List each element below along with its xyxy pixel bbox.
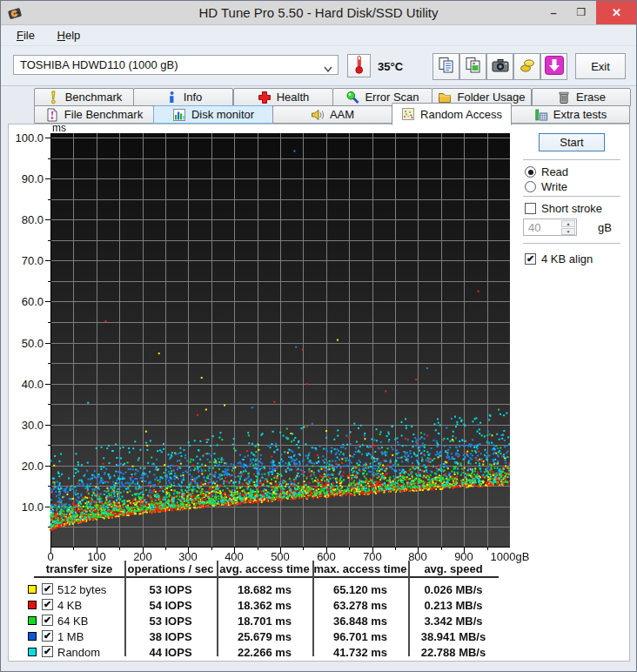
benchmark-icon [46,91,60,104]
series-checkbox[interactable]: ✔ [42,646,53,657]
exit-button[interactable]: Exit [575,53,626,79]
write-radio[interactable]: Write [525,180,567,193]
avg-access-value: 18.362 ms [217,599,312,612]
short-stroke-checkbox-box [525,203,536,214]
stroke-size-input[interactable]: 40 ▲ ▼ [523,218,577,236]
series-color-swatch [28,632,37,641]
tab-error-scan-label: Error Scan [365,91,419,104]
table-header-underline [34,576,499,578]
y-tick-label: 50.0 [11,337,44,350]
health-icon [258,91,272,104]
series-color-swatch [28,616,37,625]
avg-speed-value: 0.026 MB/s [408,583,499,596]
avg-access-value: 18.682 ms [217,583,312,596]
x-tick-label: 1000gB [484,550,536,563]
read-radio[interactable]: Read [525,165,568,178]
tab-info[interactable]: Info [133,88,233,106]
series-checkbox[interactable]: ✔ [42,583,53,595]
read-radio-circle [525,166,536,178]
max-access-value: 41.732 ms [312,646,408,659]
avg-access-value: 18.701 ms [217,615,312,628]
operations-value: 38 IOPS [124,630,217,643]
column-header-avg-access: avg. access time [217,562,312,575]
series-label: Random [57,646,100,659]
series-checkbox[interactable]: ✔ [42,599,53,610]
tab-aam-label: AAM [330,108,354,121]
temperature-value: 35°C [378,60,403,73]
tab-folder-usage-label: Folder Usage [457,91,525,104]
operations-value: 53 IOPS [124,583,217,596]
short-stroke-checkbox[interactable]: Short stroke [525,202,602,215]
tab-random-access-label: Random Access [420,108,502,121]
column-header-transfer-size: transfer size [34,562,124,575]
tab-benchmark[interactable]: Benchmark [34,88,134,106]
x-tick-label: 0 [24,550,77,563]
tab-file-benchmark[interactable]: File Benchmark [34,105,154,124]
avg-access-value: 25.679 ms [217,630,312,643]
tab-erase[interactable]: Erase [532,88,631,106]
y-tick-label: 60.0 [11,295,44,308]
tab-disk-monitor[interactable]: Disk monitor [153,105,273,124]
update-button[interactable] [540,53,567,80]
tab-random-access[interactable]: Random Access [392,103,512,125]
tab-benchmark-label: Benchmark [65,91,123,104]
stroke-size-value: 40 [528,221,540,234]
chevron-down-icon [324,62,332,75]
tab-extra-tests-label: Extra tests [553,108,607,121]
series-label: 1 MB [57,630,84,643]
tab-file-benchmark-label: File Benchmark [64,108,143,121]
spin-down-button[interactable]: ▼ [561,228,575,235]
table-row-4-kb: ✔4 KB54 IOPS18.362 ms63.278 ms0.213 MB/s [1,598,637,614]
file-benchmark-icon [45,108,59,122]
tab-aam[interactable]: AAM [272,105,392,124]
titlebar: HD Tune Pro 5.50 - Hard Disk/SSD Utility… [1,1,636,25]
write-radio-circle [525,181,536,192]
copy-image-button[interactable] [459,53,486,80]
start-button[interactable]: Start [539,133,605,151]
start-button-label: Start [560,136,583,149]
write-radio-label: Write [541,180,567,193]
short-stroke-label: Short stroke [541,202,602,215]
copy-text-button[interactable] [432,53,459,80]
error-scan-icon [345,91,359,104]
app-window: HD Tune Pro 5.50 - Hard Disk/SSD Utility… [0,0,637,672]
close-button[interactable]: ✕ [596,1,637,24]
tab-extra-tests[interactable]: Extra tests [511,105,630,124]
x-tick-label: 100 [70,550,123,563]
menu-help[interactable]: Help [54,29,84,42]
drive-selector[interactable]: TOSHIBA HDWD110 (1000 gB) [13,55,339,75]
table-row-512-bytes: ✔512 bytes53 IOPS18.682 ms65.120 ms0.026… [1,582,637,598]
toolbar: TOSHIBA HDWD110 (1000 gB) 35°C [1,46,636,86]
screenshot-button[interactable] [486,53,513,80]
maximize-button[interactable]: ❒ [568,1,594,24]
align-checkbox-box: ✔ [525,253,536,265]
column-header-avg-speed: avg. speed [408,562,499,575]
x-tick-label: 600 [300,550,352,563]
series-checkbox[interactable]: ✔ [42,630,53,642]
tab-health[interactable]: Health [233,88,333,106]
y-tick-label: 40.0 [11,378,44,391]
temperature-button[interactable] [347,54,371,77]
read-radio-label: Read [541,165,568,178]
tab-erase-label: Erase [576,91,606,104]
update-icon [544,55,565,78]
align-checkbox[interactable]: ✔ 4 KB align [525,252,593,265]
minimize-button[interactable]: – [540,1,567,24]
x-tick-label: 700 [346,550,399,563]
menu-file[interactable]: File [13,29,38,42]
max-access-value: 36.848 ms [312,615,408,628]
menubar: File Help [1,25,636,46]
series-checkbox[interactable]: ✔ [42,615,53,626]
x-tick-label: 800 [392,550,444,563]
avg-speed-value: 22.788 MB/s [408,646,499,659]
donate-button[interactable] [513,53,540,80]
separator [523,196,620,197]
avg-speed-value: 3.342 MB/s [408,615,499,628]
spin-up-button[interactable]: ▲ [561,220,575,227]
series-color-swatch [28,648,37,656]
x-tick-label: 300 [162,550,214,563]
copy-text-icon [437,56,456,77]
x-tick-label: 900 [438,550,490,563]
series-color-swatch [28,585,37,594]
exit-button-label: Exit [591,60,610,73]
